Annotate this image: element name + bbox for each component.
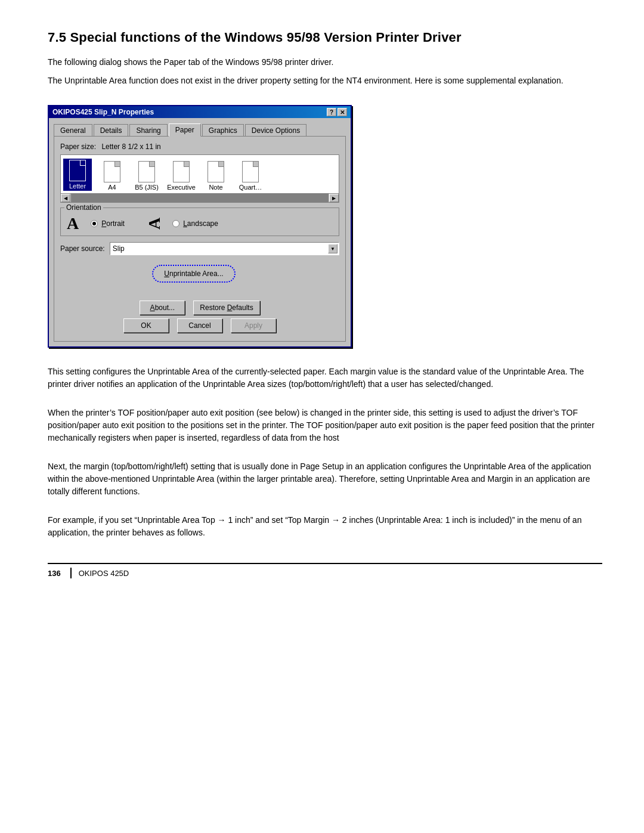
scroll-track[interactable] [71,194,329,202]
landscape-radio[interactable] [172,220,179,227]
paper-source-value: Slip [113,244,125,253]
paper-icon-executive [173,161,190,182]
dialog-content: General Details Sharing Paper Graphics D… [49,118,351,346]
paper-label-a4: A4 [108,184,116,191]
body-para3: This setting configures the Unprintable … [48,366,602,391]
tab-device-options[interactable]: Device Options [245,124,306,137]
ok-label: OK [141,321,151,330]
unprintable-area-button[interactable]: Unprintable Area... [152,265,235,283]
cancel-label: Cancel [188,321,210,330]
restore-defaults-button[interactable]: Restore Defaults [193,301,259,315]
unprintable-area-container: Unprintable Area... [60,259,327,289]
scroll-left-btn[interactable]: ◀ [61,194,70,202]
dialog-wrapper: OKIPOS425 Slip_N Properties ? ✕ General … [48,105,602,348]
paper-list-inner: Letter A4 B5 (JIS) Executive [61,155,339,193]
paper-source-select[interactable]: Slip ▼ [110,242,339,255]
paper-size-value: Letter 8 1/2 x 11 in [101,143,160,151]
win95-dialog: OKIPOS425 Slip_N Properties ? ✕ General … [48,105,352,348]
about-button[interactable]: About... [140,301,185,315]
orientation-inner: A Portrait A Landscape [67,215,333,232]
paper-item-b5jis[interactable]: B5 (JIS) [132,161,161,191]
paper-label-letter: Letter [69,182,86,190]
tab-details[interactable]: Details [94,124,129,137]
dialog-title: OKIPOS425 Slip_N Properties [52,108,154,116]
body-para6: For example, if you set “Unprintable Are… [48,514,602,539]
page-title: 7.5 Special functions of the Windows 95/… [48,30,602,45]
apply-button[interactable]: Apply [231,318,276,333]
paper-icon-letter [69,160,86,181]
cancel-button[interactable]: Cancel [177,318,222,333]
paper-label-quart: Quart… [239,184,262,191]
tab-paper[interactable]: Paper [169,123,201,137]
paper-label-b5jis: B5 (JIS) [135,184,159,191]
help-button[interactable]: ? [327,108,336,116]
footer-page-number: 136 [48,569,61,578]
titlebar-buttons: ? ✕ [327,108,347,116]
page-footer: 136 OKIPOS 425D [48,563,602,578]
paper-icon-quart [242,161,259,182]
landscape-option[interactable]: Landscape [172,219,218,228]
paper-item-a4[interactable]: A4 [98,161,126,191]
footer-label: OKIPOS 425D [79,569,129,578]
select-arrow-icon[interactable]: ▼ [328,244,338,253]
apply-label: Apply [244,321,262,330]
tab-general[interactable]: General [54,124,92,137]
portrait-radio[interactable] [91,220,98,227]
paper-label-executive: Executive [167,184,196,191]
orientation-box: Orientation A Portrait A Landscape [60,208,339,236]
paper-scrollbar: ◀ ▶ [61,193,339,202]
paper-source-row: Paper source: Slip ▼ [60,242,339,255]
paper-tab-panel: Paper size: Letter 8 1/2 x 11 in Letter … [54,136,346,342]
paper-icon-note [208,161,224,182]
tab-bar: General Details Sharing Paper Graphics D… [54,123,346,136]
dialog-titlebar: OKIPOS425 Slip_N Properties ? ✕ [49,106,351,118]
restore-defaults-label: Restore Defaults [200,304,253,312]
unprintable-area-label: Unprintable Area... [164,270,223,278]
paper-icon-a4 [104,161,120,182]
close-button[interactable]: ✕ [338,108,347,116]
paper-item-letter[interactable]: Letter [63,159,92,191]
landscape-a-icon: A [146,218,163,230]
bottom-buttons-row: About... Restore Defaults [60,301,339,315]
paper-icon-b5jis [138,161,155,182]
paper-size-row: Paper size: Letter 8 1/2 x 11 in [60,143,339,151]
paper-list-container: Letter A4 B5 (JIS) Executive [60,154,339,203]
tab-graphics[interactable]: Graphics [202,124,244,137]
paper-size-label: Paper size: [60,143,96,151]
scroll-right-btn[interactable]: ▶ [329,194,339,202]
ok-cancel-row: OK Cancel Apply [60,318,339,333]
landscape-label: Landscape [183,219,218,228]
intro-para2: The Unprintable Area function does not e… [48,75,602,87]
paper-label-note: Note [209,184,222,191]
body-para5: Next, the margin (top/bottom/right/left)… [48,460,602,498]
body-para4: When the printer’s TOF position/paper au… [48,407,602,444]
about-label: About... [150,304,175,312]
paper-source-label: Paper source: [60,244,105,253]
intro-para1: The following dialog shows the Paper tab… [48,56,602,69]
portrait-a-icon: A [67,215,79,232]
paper-item-executive[interactable]: Executive [167,161,196,191]
portrait-label: Portrait [101,219,125,228]
ok-button[interactable]: OK [123,318,169,333]
tab-sharing[interactable]: Sharing [129,124,167,137]
footer-divider [70,568,72,578]
paper-item-quart[interactable]: Quart… [236,161,265,191]
orientation-legend: Orientation [64,203,103,212]
portrait-option[interactable]: Portrait [91,219,125,228]
paper-item-note[interactable]: Note [202,161,230,191]
